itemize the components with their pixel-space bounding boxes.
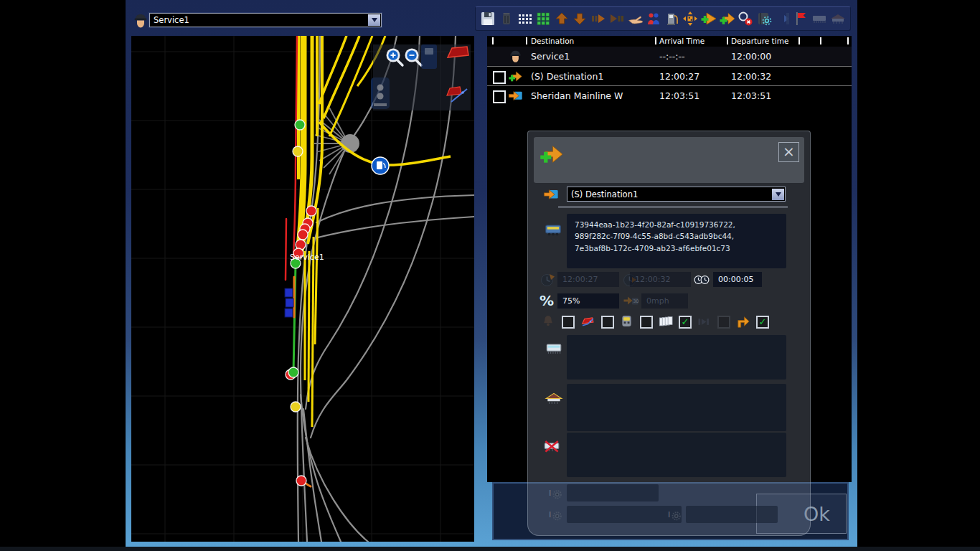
no-stop-list[interactable] xyxy=(567,433,786,477)
table-row[interactable]: (S) Destination1 12:00:27 12:00:32 xyxy=(487,66,852,86)
destination-select[interactable]: (S) Destination1 xyxy=(567,187,786,202)
row-arrival: 12:03:51 xyxy=(659,90,699,101)
table-header: Destination Arrival Time Departure time xyxy=(487,36,852,47)
row-checkbox[interactable] xyxy=(493,71,506,84)
fuel-icon[interactable] xyxy=(664,10,681,27)
svg-text:30: 30 xyxy=(633,298,639,304)
dropdown-arrow-icon[interactable] xyxy=(772,189,784,200)
platform-icon[interactable] xyxy=(811,10,828,27)
svg-text:I: I xyxy=(549,488,551,498)
no-stop-icon xyxy=(542,437,561,456)
stack-icon xyxy=(658,314,674,329)
dwell-clocks-icon xyxy=(692,271,712,288)
driver-avatar-icon xyxy=(132,11,149,31)
service-selector[interactable]: Service1 xyxy=(149,13,382,27)
option-field[interactable] xyxy=(686,506,778,523)
track-map-canvas: Service1 xyxy=(131,36,474,542)
arrival-time-field[interactable]: 12:00:27 xyxy=(557,272,619,287)
divider xyxy=(558,206,788,208)
destination-select-value: (S) Destination1 xyxy=(567,189,772,199)
desktop: Service1 xyxy=(0,0,980,551)
row-departure: 12:00:00 xyxy=(731,51,771,62)
toolbar xyxy=(475,6,851,31)
bell-icon xyxy=(541,314,555,328)
option-field[interactable] xyxy=(567,484,659,501)
col-arrival: Arrival Time xyxy=(659,37,705,45)
table-row[interactable]: Service1 --:--:-- 12:00:00 xyxy=(487,47,852,66)
gear-field-icon: I xyxy=(667,507,682,522)
train-icon xyxy=(619,314,634,329)
close-button[interactable]: × xyxy=(778,142,799,162)
destination-row-icon xyxy=(508,88,523,103)
move-up-icon[interactable] xyxy=(553,10,570,27)
guid-line: 7e3baf8b-172c-4709-ab23-af6ebfe01c73 xyxy=(575,242,786,254)
option-checkbox[interactable]: ✓ xyxy=(756,316,769,329)
option-checkbox[interactable]: ✓ xyxy=(679,316,692,329)
row-destination: Service1 xyxy=(531,51,570,62)
clear-search-icon[interactable] xyxy=(737,10,754,27)
svg-text:I: I xyxy=(549,509,551,519)
row-departure: 12:03:51 xyxy=(731,90,771,101)
row-departure: 12:00:32 xyxy=(731,71,771,82)
add-destination-icon xyxy=(539,141,565,167)
step-into-icon[interactable] xyxy=(608,10,626,27)
option-checkbox[interactable] xyxy=(640,316,653,329)
add-service-icon[interactable] xyxy=(700,10,717,27)
table-row[interactable]: Sheridan Mainline W 12:03:51 12:03:51 xyxy=(487,85,852,105)
arrival-clock-icon xyxy=(540,271,557,288)
option-field[interactable] xyxy=(567,506,682,523)
col-destination: Destination xyxy=(531,37,574,45)
service-selector-value: Service1 xyxy=(150,15,368,25)
platform-list[interactable] xyxy=(567,335,786,380)
departure-time-field[interactable]: 12:00:32 xyxy=(630,272,691,287)
app-window: Service1 xyxy=(126,0,857,547)
dialog-header: × xyxy=(534,137,804,183)
step-forward-icon[interactable] xyxy=(590,10,607,27)
top-toolbar: Service1 xyxy=(126,0,857,36)
gear-field-icon: I xyxy=(548,507,563,522)
add-destination-icon[interactable] xyxy=(719,10,736,27)
consist-guid-box[interactable]: 73944eaa-1b23-4f20-82af-c10919736722, 98… xyxy=(567,214,786,268)
speed-field[interactable]: 0mph xyxy=(641,293,688,309)
dropdown-arrow-icon[interactable] xyxy=(368,14,380,26)
fuel-pump-toggle-icon[interactable] xyxy=(421,44,437,69)
destination-icon xyxy=(542,187,560,202)
svg-text:I: I xyxy=(668,509,670,519)
grid-large-icon[interactable] xyxy=(534,10,552,27)
row-arrival: --:--:-- xyxy=(659,51,685,62)
dwell-time-field[interactable]: 00:00:05 xyxy=(713,272,762,287)
add-destination-row-icon xyxy=(508,69,523,84)
station-icon xyxy=(545,390,563,408)
signal-icon xyxy=(580,314,595,329)
grid-small-icon[interactable] xyxy=(516,10,533,27)
flag-icon[interactable] xyxy=(792,10,809,27)
schedule-table: Destination Arrival Time Departure time … xyxy=(487,36,852,105)
fuel-point-icon[interactable] xyxy=(372,157,389,174)
import-icon[interactable] xyxy=(774,10,791,27)
speed-limit-icon: 30 xyxy=(622,293,639,310)
station-icon[interactable] xyxy=(829,10,847,27)
percent-icon: % xyxy=(540,292,558,311)
save-icon[interactable] xyxy=(479,10,496,27)
track-map[interactable]: Service1 xyxy=(131,36,474,542)
option-checkbox[interactable] xyxy=(562,316,575,329)
option-checkbox[interactable] xyxy=(601,316,614,329)
train-cars xyxy=(285,288,293,317)
expand-icon[interactable] xyxy=(682,10,699,27)
train-label: Service1 xyxy=(290,253,324,262)
load-percent-field[interactable]: 75% xyxy=(557,293,619,309)
guid-line: 73944eaa-1b23-4f20-82af-c10919736722, xyxy=(575,219,786,230)
delete-icon[interactable] xyxy=(498,10,515,27)
row-checkbox[interactable] xyxy=(493,90,506,103)
option-checkbox[interactable] xyxy=(717,316,730,329)
hand-icon[interactable] xyxy=(626,10,644,27)
col-departure: Departure time xyxy=(731,37,788,45)
consist-icon xyxy=(544,220,562,239)
crew-icon[interactable] xyxy=(645,10,662,27)
move-down-icon[interactable] xyxy=(571,10,588,27)
guid-line: 989f282c-7f09-4c55-a8bd-c543adb9bc44, xyxy=(575,230,786,242)
destination-dialog: × (S) Destination1 73944eaa-1b23-4f20-82… xyxy=(527,131,811,536)
row-destination: (S) Destination1 xyxy=(531,71,603,82)
rulebook-icon[interactable] xyxy=(755,10,773,27)
station-list[interactable] xyxy=(567,384,786,431)
